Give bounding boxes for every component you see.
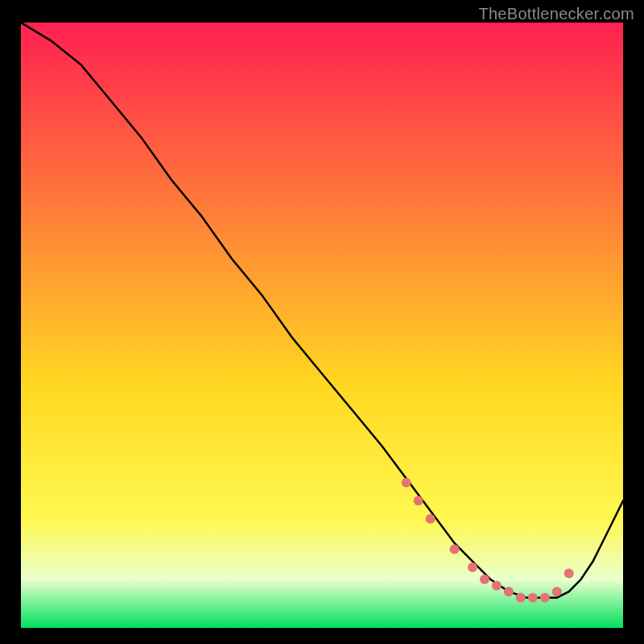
- chart-container: [21, 23, 623, 628]
- attribution-text: TheBottlenecker.com: [478, 5, 634, 23]
- highlighted-point: [426, 514, 436, 524]
- highlighted-point: [504, 587, 514, 597]
- highlighted-point: [564, 568, 574, 578]
- bottleneck-chart: [21, 23, 623, 628]
- highlighted-point: [480, 575, 489, 584]
- highlighted-point: [492, 580, 502, 590]
- highlighted-point: [552, 587, 562, 597]
- gradient-background: [21, 23, 623, 628]
- highlighted-point: [402, 478, 411, 488]
- highlighted-point: [540, 592, 550, 602]
- highlighted-point: [516, 592, 526, 602]
- highlighted-point: [468, 563, 477, 572]
- highlighted-point: [528, 592, 538, 602]
- highlighted-point: [414, 496, 423, 506]
- highlighted-point: [450, 544, 460, 554]
